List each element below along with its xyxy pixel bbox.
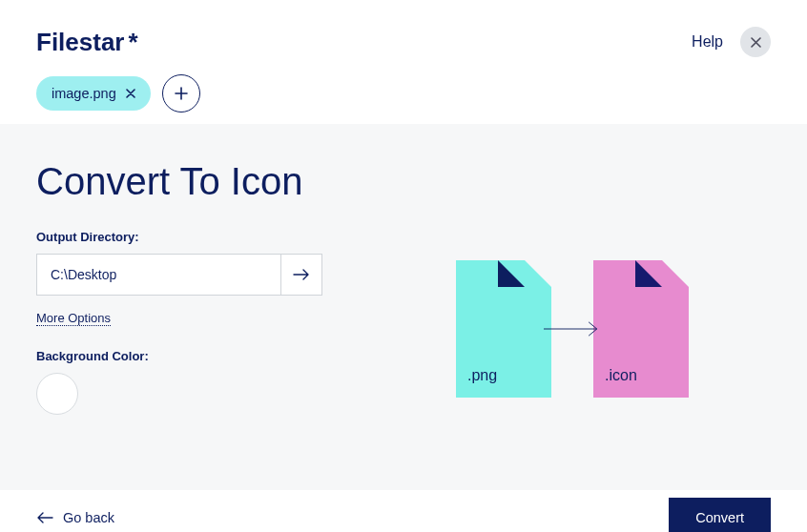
footer: Go back Convert [0, 489, 807, 532]
content-row: Output Directory: More Options Backgroun… [36, 230, 771, 418]
output-directory-row [36, 254, 322, 296]
convert-arrow-icon [544, 318, 601, 339]
source-file-card: .png [456, 260, 551, 398]
background-color-label: Background Color: [36, 349, 322, 363]
file-chips-row: image.png [36, 74, 771, 113]
options-column: Output Directory: More Options Backgroun… [36, 230, 322, 418]
dog-ear-icon [525, 260, 551, 287]
page-title: Convert To Icon [36, 160, 771, 203]
file-chip-label: image.png [52, 86, 116, 101]
file-chip[interactable]: image.png [36, 76, 151, 111]
more-options-link[interactable]: More Options [36, 311, 111, 326]
source-ext-label: .png [467, 367, 497, 384]
app-logo: Filestar* [36, 28, 138, 57]
close-icon [751, 37, 761, 48]
dog-ear-icon [662, 260, 689, 287]
add-file-button[interactable] [162, 74, 200, 113]
help-link[interactable]: Help [692, 33, 723, 51]
conversion-visual: .png .icon [456, 239, 689, 418]
logo-star-icon: * [129, 28, 138, 57]
convert-button[interactable]: Convert [669, 498, 771, 533]
target-ext-label: .icon [605, 367, 637, 384]
arrow-left-icon [36, 512, 53, 523]
close-window-button[interactable] [740, 27, 771, 57]
header-right: Help [692, 27, 771, 57]
background-color-swatch[interactable] [36, 373, 78, 415]
target-file-card: .icon [593, 260, 689, 398]
header-top: Filestar* Help [36, 27, 771, 57]
header: Filestar* Help image.png [0, 0, 807, 124]
output-directory-input[interactable] [36, 254, 280, 296]
browse-directory-button[interactable] [280, 254, 322, 296]
logo-text: Filestar [36, 28, 125, 57]
plus-icon [175, 87, 188, 100]
go-back-button[interactable]: Go back [36, 510, 114, 525]
output-directory-label: Output Directory: [36, 230, 322, 244]
go-back-label: Go back [63, 510, 114, 525]
remove-file-icon[interactable] [126, 89, 135, 98]
main-content: Convert To Icon Output Directory: More O… [0, 124, 807, 489]
arrow-right-icon [293, 268, 310, 281]
